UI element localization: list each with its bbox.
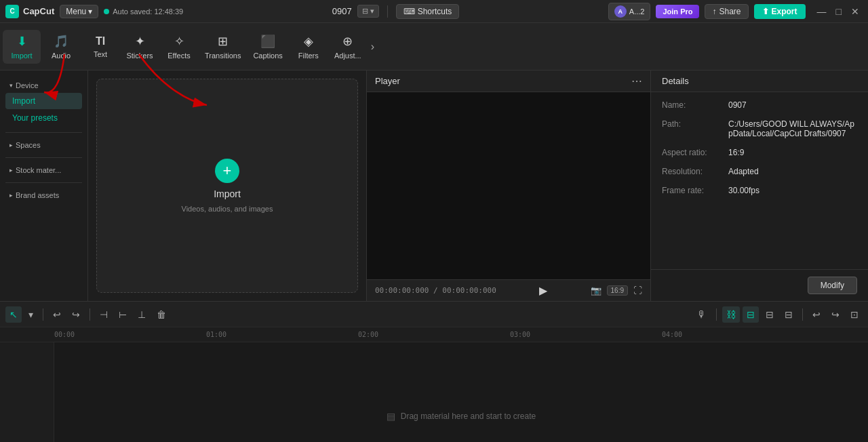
split-right-button[interactable]: ⊢: [115, 306, 131, 323]
divider-2: [5, 157, 82, 158]
mic-button[interactable]: 🎙: [693, 306, 711, 323]
play-button[interactable]: ▶: [539, 284, 547, 297]
ruler-mark-1: 01:00: [206, 331, 358, 338]
spaces-header[interactable]: ▸ Spaces: [5, 138, 82, 152]
capcut-logo: C: [5, 5, 19, 18]
sidebar-item-import[interactable]: Import: [5, 93, 82, 109]
join-pro-button[interactable]: Join Pro: [656, 5, 699, 18]
more-tools-button[interactable]: ›: [368, 38, 377, 56]
split-left-button[interactable]: ⊣: [96, 306, 112, 323]
tool-transitions[interactable]: ⊞ Transitions: [199, 30, 246, 64]
menu-button[interactable]: Menu ▾: [60, 5, 98, 18]
chain-button[interactable]: ⊟: [743, 306, 759, 323]
detail-value-framerate: 30.00fps: [728, 186, 857, 195]
player-panel: Player ⋯ 00:00:00:000 / 00:00:00:000 ▶ 📷…: [366, 71, 651, 301]
align-v-button[interactable]: ⊟: [781, 306, 797, 323]
tool-adjust[interactable]: ⊕ Adjust...: [329, 30, 367, 64]
stock-section: ▸ Stock mater...: [0, 161, 87, 180]
player-controls: 00:00:00:000 / 00:00:00:000 ▶ 📷 16:9 ⛶: [367, 279, 650, 301]
shortcuts-button[interactable]: ⌨ Shortcuts: [396, 4, 460, 19]
device-section: ▾ Device Import Your presets: [0, 76, 87, 129]
player-title: Player: [375, 76, 400, 86]
ruler-mark-2: 02:00: [358, 331, 510, 338]
adjust-label: Adjust...: [334, 52, 361, 60]
details-panel: Details Name: 0907 Path: C:/Users/GOOD W…: [651, 71, 868, 301]
detail-value-aspect: 16:9: [728, 148, 857, 157]
link-button[interactable]: ⛓: [722, 306, 740, 323]
import-label: Import: [11, 52, 32, 60]
detail-row-path: Path: C:/Users/GOOD WILL ALWAYS/AppData/…: [662, 119, 857, 138]
tool-captions[interactable]: ⬛ Captions: [248, 30, 288, 64]
minimize-button[interactable]: —: [814, 5, 830, 18]
logo-area: C CapCut: [5, 5, 54, 18]
ruler-mark-4: 04:00: [662, 331, 814, 338]
tool-filters[interactable]: ◈ Filters: [290, 30, 328, 64]
import-icon: ⬇: [17, 34, 27, 49]
maximize-button[interactable]: □: [833, 5, 845, 18]
divider: [387, 5, 388, 18]
import-text: Import: [214, 188, 241, 199]
account-button[interactable]: A A...2: [608, 3, 651, 20]
player-header: Player ⋯: [367, 71, 650, 92]
detail-row-name: Name: 0907: [662, 100, 857, 110]
track-labels: [0, 342, 54, 442]
align-h-button[interactable]: ⊟: [762, 306, 778, 323]
drop-hint-icon: ▤: [387, 411, 395, 422]
effects-icon: ✧: [174, 34, 184, 49]
select-tool-button[interactable]: ↖: [5, 306, 22, 323]
content-area: ▾ Device Import Your presets ▸ Spaces: [0, 71, 868, 301]
sidebar-item-presets[interactable]: Your presets: [5, 110, 82, 126]
export-button[interactable]: ⬆ Export: [754, 4, 806, 19]
track-area[interactable]: ▤ Drag material here and start to create: [54, 342, 868, 442]
tool-text[interactable]: TI Text: [81, 31, 119, 62]
timeline-ruler: 00:00 01:00 02:00 03:00 04:00: [0, 327, 868, 342]
adjust-icon: ⊕: [342, 34, 353, 49]
timeline-area: ↖ ▾ ↩ ↪ ⊣ ⊢ ⊥ 🗑 🎙 ⛓ ⊟ ⊟ ⊟ ↩ ↪ ⊡: [0, 301, 868, 442]
resolution-button[interactable]: ⊟ ▾: [357, 5, 379, 18]
details-body: Name: 0907 Path: C:/Users/GOOD WILL ALWA…: [651, 92, 868, 269]
detail-row-framerate: Frame rate: 30.00fps: [662, 186, 857, 195]
split-center-button[interactable]: ⊥: [134, 306, 150, 323]
tl-redo2-button[interactable]: ↪: [827, 306, 844, 323]
tl-zoom-button[interactable]: ⊡: [846, 306, 863, 323]
import-sub-text: Videos, audios, and images: [182, 205, 273, 213]
app-name: CapCut: [23, 6, 54, 16]
tool-import[interactable]: ⬇ Import: [3, 30, 41, 64]
transitions-icon: ⊞: [218, 34, 228, 49]
player-right-controls: 📷 16:9 ⛶: [591, 285, 642, 296]
detail-value-path: C:/Users/GOOD WILL ALWAYS/AppData/Local/…: [728, 119, 857, 138]
timecode: 00:00:00:000 / 00:00:00:000: [375, 286, 496, 295]
tl-undo2-button[interactable]: ↩: [808, 306, 825, 323]
spaces-section: ▸ Spaces: [0, 136, 87, 155]
select-arrow-button[interactable]: ▾: [24, 306, 37, 323]
tool-audio[interactable]: 🎵 Audio: [42, 30, 80, 64]
undo-button[interactable]: ↩: [49, 306, 65, 323]
timeline-content: ▤ Drag material here and start to create: [0, 342, 868, 442]
text-icon: TI: [96, 35, 105, 47]
audio-label: Audio: [52, 52, 71, 60]
filters-icon: ◈: [304, 34, 313, 49]
modify-button[interactable]: Modify: [808, 277, 857, 294]
delete-button[interactable]: 🗑: [153, 306, 170, 323]
effects-label: Effects: [167, 52, 190, 60]
device-header[interactable]: ▾ Device: [5, 79, 82, 92]
tool-effects[interactable]: ✧ Effects: [160, 30, 198, 64]
share-button[interactable]: ↑ Share: [705, 4, 748, 19]
close-button[interactable]: ✕: [848, 5, 863, 18]
details-footer: Modify: [651, 269, 868, 301]
captions-label: Captions: [253, 52, 282, 60]
left-panel: ▾ Device Import Your presets ▸ Spaces: [0, 71, 88, 301]
fullscreen-button[interactable]: ⛶: [633, 285, 642, 296]
import-drop-zone[interactable]: + Import Videos, audios, and images: [96, 79, 358, 293]
redo-button[interactable]: ↪: [68, 306, 84, 323]
stock-header[interactable]: ▸ Stock mater...: [5, 163, 82, 177]
tool-stickers[interactable]: ✦ Stickers: [121, 30, 159, 64]
project-name: 0907: [332, 6, 352, 16]
detail-label-name: Name:: [662, 100, 723, 110]
camera-button[interactable]: 📷: [591, 285, 601, 296]
transitions-label: Transitions: [205, 52, 241, 60]
brand-header[interactable]: ▸ Brand assets: [5, 188, 82, 202]
autosave-indicator: Auto saved: 12:48:39: [104, 7, 183, 16]
player-menu-button[interactable]: ⋯: [631, 75, 642, 87]
divider-3: [5, 182, 82, 183]
